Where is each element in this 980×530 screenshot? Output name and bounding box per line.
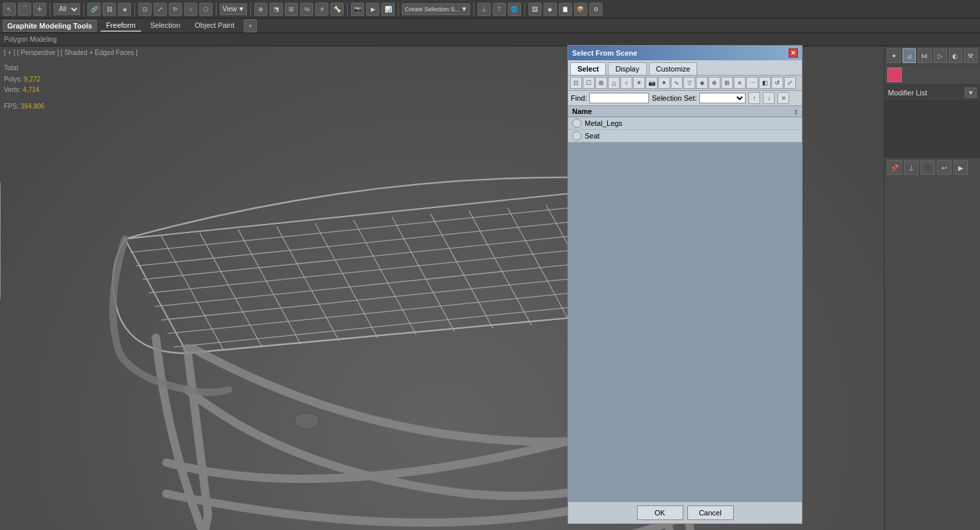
color-row — [885, 66, 980, 85]
rotate-icon[interactable]: ↻ — [169, 3, 182, 16]
scene-tb-expand[interactable]: ⤢ — [784, 77, 796, 89]
scene-dialog-footer: OK Cancel — [568, 502, 802, 523]
play-icon[interactable]: ▶ — [366, 3, 379, 16]
poly-icon[interactable]: ⬡ — [199, 3, 213, 16]
find-label: Find: — [571, 94, 587, 102]
ok-button[interactable]: OK — [637, 505, 683, 520]
list-item[interactable]: Seat — [568, 130, 802, 142]
move-icon[interactable]: ✛ — [33, 3, 46, 16]
tab-object-paint[interactable]: Object Paint — [189, 20, 240, 31]
graph-icon[interactable]: 📊 — [381, 3, 395, 16]
create-mode-icon[interactable]: ✦ — [887, 48, 901, 63]
percent-icon[interactable]: % — [300, 3, 313, 16]
scene-tb-invert[interactable]: ⊞ — [595, 77, 607, 89]
utilities-mode-icon[interactable]: ⚒ — [964, 48, 977, 63]
motion-mode-icon[interactable]: ▷ — [934, 48, 947, 63]
scene-tb-bone[interactable]: ◈ — [696, 77, 708, 89]
pivot-icon[interactable]: ⊥ — [477, 3, 491, 16]
svg-point-30 — [294, 413, 319, 429]
sort-desc-icon[interactable]: ↓ — [763, 92, 775, 104]
select-tool-icon[interactable]: ↖ — [3, 3, 16, 16]
link-icon[interactable]: 🔗 — [87, 3, 101, 16]
scene-tb-filter[interactable]: ▽ — [683, 77, 695, 89]
scene-tb-grid[interactable]: ⊞ — [721, 77, 733, 89]
mirror-icon[interactable]: ⬔ — [270, 3, 283, 16]
scene-dialog-title-text: Select From Scene — [572, 49, 637, 57]
tab-select[interactable]: Select — [570, 62, 606, 75]
camera-icon[interactable]: 📷 — [351, 3, 364, 16]
modifier-list-header: Modifier List ▼ — [885, 85, 980, 101]
viewport-label: [ + ] [ Perspective ] [ Shaded + Edged F… — [4, 49, 138, 56]
find-input[interactable] — [589, 93, 649, 103]
circle-icon[interactable]: ○ — [184, 3, 197, 16]
render-icon[interactable]: 🖼 — [528, 3, 542, 16]
scale-icon[interactable]: ⤢ — [154, 3, 167, 16]
history-icon[interactable]: ↩ — [937, 160, 952, 175]
modifier-list-dropdown[interactable]: ▼ — [965, 87, 977, 98]
scene-tb-light[interactable]: ☀ — [633, 77, 645, 89]
transform-icon[interactable]: ⊡ — [138, 3, 152, 16]
scene-find-row: Find: Selection Set: ↑ ↓ ≡ — [568, 91, 802, 106]
scene-dialog-titlebar: Select From Scene ✕ — [568, 46, 802, 60]
pin-icon[interactable]: 📌 — [887, 160, 902, 175]
stats-panel: Total Polys: 9,272 Verts: 4,714 FPS: 394… — [4, 62, 44, 111]
list-view-icon[interactable]: ≡ — [777, 92, 789, 104]
display-mode-icon[interactable]: ◐ — [949, 48, 962, 63]
world-icon[interactable]: 🌐 — [508, 3, 521, 16]
scene-tb-spline[interactable]: ∿ — [671, 77, 683, 89]
obj-icon[interactable]: 📦 — [574, 3, 587, 16]
cmd-panel-icon-row: ✦ ⊿ ⋈ ▷ ◐ ⚒ — [885, 46, 980, 66]
more-icon[interactable]: » — [244, 19, 257, 32]
sort-asc-icon[interactable]: ↑ — [748, 92, 760, 104]
scene-tb-camera[interactable]: 📷 — [646, 77, 658, 89]
scene-tb-shape[interactable]: ○ — [620, 77, 632, 89]
bottom-right-icons: 📌 ⊥ 🎥 ↩ ▶ — [885, 158, 980, 178]
tab-selection[interactable]: Selection — [145, 20, 185, 31]
bone-icon[interactable]: 🦴 — [330, 3, 344, 16]
align-icon[interactable]: ⊞ — [285, 3, 298, 16]
tab-freeform[interactable]: Freeform — [101, 20, 141, 32]
scene-dialog-tabs: Select Display Customize — [568, 60, 802, 76]
axis-icon[interactable]: ⊥ — [904, 160, 918, 175]
scene-tb-options[interactable]: ◧ — [759, 77, 771, 89]
scene-tb-deselect[interactable]: ☐ — [583, 77, 595, 89]
scene-tb-particle[interactable]: ⊕ — [709, 77, 720, 89]
camera-view-icon[interactable]: 🎥 — [920, 160, 935, 175]
settings-icon[interactable]: ⚙ — [589, 3, 603, 16]
scene-tb-helper[interactable]: ✦ — [658, 77, 670, 89]
scene-list[interactable]: Metal_Legs Seat — [568, 117, 802, 502]
lasso-icon[interactable]: ⌒ — [18, 3, 31, 16]
filter-select[interactable]: All — [54, 3, 80, 15]
num-icon[interactable]: # — [315, 3, 328, 16]
view-dropdown[interactable]: View ▼ — [220, 3, 247, 15]
scene-tb-list[interactable]: ≡ — [734, 77, 746, 89]
scene-tb-refresh[interactable]: ↺ — [771, 77, 783, 89]
tab-customize[interactable]: Customize — [649, 62, 698, 75]
polygon-modeling-label: Polygon Modeling — [4, 36, 57, 43]
create-selection-dropdown[interactable]: Create Selection S... ▼ — [402, 3, 469, 15]
bind-icon[interactable]: ◈ — [118, 3, 131, 16]
selection-set-select[interactable] — [699, 93, 746, 103]
color-swatch[interactable] — [887, 68, 902, 82]
main-area: [ + ] [ Perspective ] [ Shaded + Edged F… — [0, 46, 980, 530]
modifier-area — [885, 101, 980, 158]
snap-icon[interactable]: ⊕ — [254, 3, 268, 16]
graphite-title[interactable]: Graphite Modeling Tools — [3, 20, 97, 32]
hierarchy-icon[interactable]: ⊤ — [493, 3, 506, 16]
scene-tb-select-all[interactable]: ⊡ — [570, 77, 582, 89]
next-icon[interactable]: ▶ — [954, 160, 968, 175]
modify-mode-icon[interactable]: ⊿ — [903, 48, 916, 63]
scene-dialog: Select From Scene ✕ Select Display Custo… — [567, 45, 803, 524]
item-label-metal-legs: Metal_Legs — [585, 119, 622, 127]
hierarchy-mode-icon[interactable]: ⋈ — [918, 48, 931, 63]
tab-display[interactable]: Display — [608, 62, 646, 75]
list-item[interactable]: Metal_Legs — [568, 117, 802, 130]
cancel-button[interactable]: Cancel — [687, 505, 734, 520]
scene-tb-more[interactable]: ⋯ — [746, 77, 758, 89]
unlink-icon[interactable]: ⛓ — [103, 3, 116, 16]
layer-icon[interactable]: 📋 — [559, 3, 572, 16]
material-icon[interactable]: ◆ — [544, 3, 557, 16]
scene-toolbar: ⊡ ☐ ⊞ △ ○ ☀ 📷 ✦ ∿ ▽ ◈ ⊕ ⊞ ≡ ⋯ ◧ ↺ ⤢ — [568, 76, 802, 91]
scene-tb-geo[interactable]: △ — [608, 77, 620, 89]
scene-dialog-close-button[interactable]: ✕ — [789, 48, 798, 58]
